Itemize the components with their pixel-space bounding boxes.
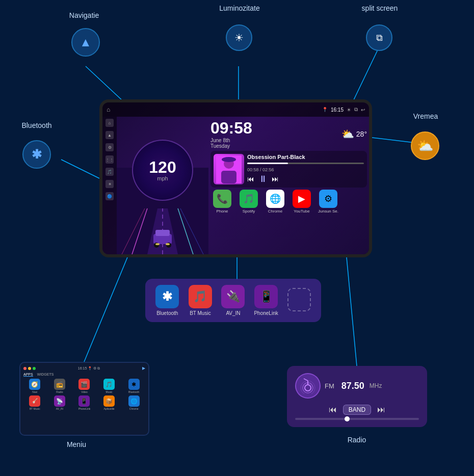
- svg-line-29: [304, 379, 308, 381]
- svg-line-7: [347, 257, 357, 366]
- svg-point-19: [155, 243, 160, 245]
- menu-app-video[interactable]: 🎬 Video: [73, 379, 96, 393]
- svg-rect-23: [221, 171, 236, 183]
- menu-app-chrome[interactable]: 🌐 Chrome: [122, 395, 145, 410]
- quick-app-btmusic[interactable]: 🎵 BT Music: [187, 285, 215, 316]
- music-player: Obsession Part-Black 00:58 / 02:56 ⏮ ⏸ ⏭: [210, 151, 367, 188]
- svg-point-24: [222, 157, 236, 162]
- radio-unit: MHz: [370, 382, 382, 389]
- menu-apps-grid: 🧭 Navi 📻 Radio 🎬 Video 🎵 Music ✱ Bluetoo…: [23, 379, 145, 410]
- app-spotify[interactable]: 🎵 Spotify: [237, 190, 260, 214]
- device-topbar: ⌂ 📍 16:15 ☀ ⧉ ↩: [102, 102, 369, 117]
- brightness-icon: ☀: [347, 107, 351, 113]
- app-junsun[interactable]: ⚙ Junsun Se.: [317, 190, 340, 214]
- menu-tab-widgets[interactable]: WIDGETS: [37, 373, 54, 377]
- back-icon[interactable]: ↩: [361, 107, 365, 113]
- speed-value: 120: [149, 159, 176, 175]
- split-screen-icon[interactable]: ⧉: [366, 24, 392, 51]
- app-chrome[interactable]: 🌐 Chrome: [264, 190, 287, 214]
- speed-unit: mph: [157, 175, 168, 181]
- clock-date2: Tuesday: [210, 143, 230, 149]
- radio-band-btn[interactable]: BAND: [343, 405, 371, 415]
- menu-app-btmusic[interactable]: 🎸 BT Music: [23, 395, 46, 410]
- luminozitate-label: Luminozitate: [209, 4, 270, 12]
- device-sidebar: ⌂ ▲ ⚙ ⋮⋮ 🎵 ☀ 🔵: [102, 117, 117, 254]
- music-time: 00:58 / 02:56: [247, 167, 364, 172]
- quick-app-empty: [285, 288, 313, 313]
- radio-label: Radio: [336, 436, 377, 444]
- radio-freq: 87.50: [341, 381, 364, 391]
- split-screen-device-icon[interactable]: ⧉: [354, 107, 358, 113]
- home-icon[interactable]: ⌂: [107, 106, 110, 113]
- svg-point-20: [166, 243, 170, 245]
- radio-next-btn[interactable]: ⏭: [377, 405, 385, 414]
- radio-band: FM: [325, 382, 334, 390]
- navigatie-icon[interactable]: ▲: [71, 28, 100, 57]
- luminozitate-icon[interactable]: ☀: [226, 24, 252, 51]
- quick-app-phonelink[interactable]: 📱 PhoneLink: [252, 285, 280, 316]
- device-screen: ⌂ 📍 16:15 ☀ ⧉ ↩ ⌂ ▲ ⚙ ⋮⋮ 🎵 ☀ 🔵: [99, 99, 372, 257]
- menu-app-radio[interactable]: 📻 Radio: [48, 379, 71, 393]
- radio-controls: ⏮ BAND ⏭: [329, 405, 385, 415]
- topbar-time: 16:15: [331, 107, 344, 113]
- menu-app-avin[interactable]: 📡 AV_IN: [48, 395, 71, 410]
- device-left-panel: 120 mph: [117, 117, 208, 254]
- radio-progress-bar[interactable]: [295, 418, 419, 420]
- quick-app-avin[interactable]: 🔌 AV_IN: [219, 285, 247, 316]
- weather-widget: ⛅ 28°: [341, 128, 367, 140]
- sidebar-item-7[interactable]: 🔵: [106, 192, 114, 200]
- radio-widget: FM 87.50 MHz ⏮ BAND ⏭: [287, 366, 427, 427]
- clock-date1: June 8th: [210, 138, 230, 143]
- svg-point-25: [305, 385, 311, 391]
- split-screen-label: split screen: [347, 4, 413, 12]
- svg-line-6: [84, 257, 127, 362]
- app-youtube[interactable]: ▶ YouTube: [290, 190, 313, 214]
- bluetooth-icon-circle[interactable]: ✱: [22, 140, 51, 169]
- sidebar-item-2[interactable]: ▲: [106, 131, 114, 139]
- menu-tab-apps[interactable]: APPS: [23, 373, 33, 377]
- sidebar-item-3[interactable]: ⚙: [106, 143, 114, 151]
- device-right-panel: 09:58 June 8th Tuesday ⛅ 28°: [208, 117, 369, 254]
- sidebar-item-5[interactable]: 🎵: [106, 168, 114, 176]
- menu-app-bluetooth[interactable]: ✱ Bluetooth: [122, 379, 145, 393]
- bottom-panel: ✱ Bluetooth 🎵 BT Music 🔌 AV_IN 📱 PhoneLi…: [145, 279, 321, 322]
- menu-app-navi[interactable]: 🧭 Navi: [23, 379, 46, 393]
- menu-app-music[interactable]: 🎵 Music: [98, 379, 121, 393]
- sidebar-item-1[interactable]: ⌂: [106, 119, 114, 127]
- menu-app-aplicatii[interactable]: 📦 Aplicatiile: [98, 395, 121, 410]
- prev-btn[interactable]: ⏮: [247, 175, 254, 183]
- sidebar-item-4[interactable]: ⋮⋮: [106, 155, 114, 164]
- music-progress-bar[interactable]: [247, 163, 364, 164]
- menu-app-phonelink[interactable]: 📱 PhoneLink: [73, 395, 96, 410]
- app-phone[interactable]: 📞 Phone: [210, 190, 234, 214]
- music-title: Obsession Part-Black: [247, 154, 364, 160]
- navigatie-label: Navigatie: [54, 11, 115, 19]
- album-art: [214, 154, 244, 184]
- radio-prev-btn[interactable]: ⏮: [329, 405, 337, 414]
- radio-antenna-icon: [295, 373, 321, 399]
- quick-app-bluetooth[interactable]: ✱ Bluetooth: [153, 285, 181, 316]
- svg-rect-16: [155, 230, 170, 236]
- clock-time: 09:58: [210, 119, 252, 138]
- pin-icon: 📍: [322, 107, 328, 112]
- apps-row: 📞 Phone 🎵 Spotify 🌐 Chrome ▶ YouTube: [210, 190, 367, 214]
- bluetooth-label: Bluetooth: [11, 121, 62, 129]
- meniu-label: Meniu: [56, 440, 97, 448]
- sidebar-item-6[interactable]: ☀: [106, 180, 114, 188]
- vremea-icon[interactable]: ⛅: [411, 131, 439, 160]
- weather-temp: 28°: [356, 130, 367, 138]
- svg-line-3: [61, 160, 99, 178]
- pause-btn[interactable]: ⏸: [258, 174, 268, 184]
- next-btn[interactable]: ⏭: [272, 175, 279, 183]
- menu-thumbnail: 16:15 📍 ⚙ ⧉ ▶ APPS WIDGETS 🧭 Navi 📻 Radi…: [19, 362, 149, 436]
- vremea-label: Vremea: [403, 112, 449, 120]
